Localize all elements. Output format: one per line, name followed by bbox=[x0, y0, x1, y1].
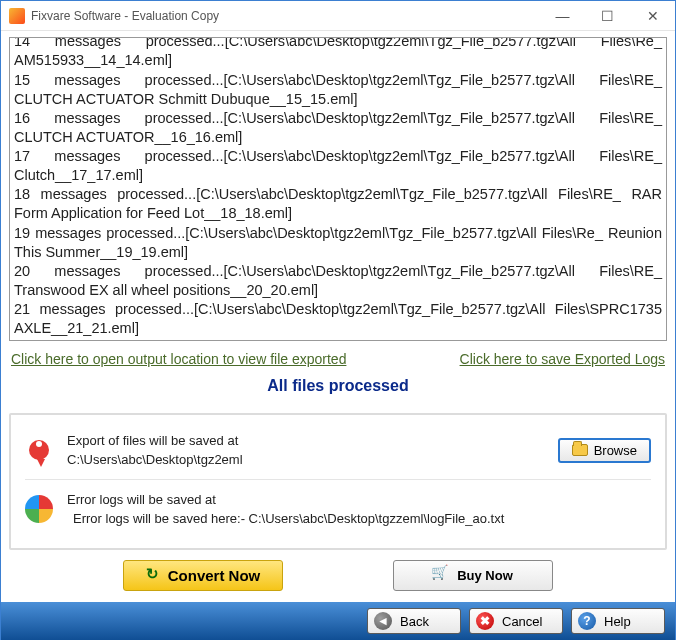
window-title: Fixvare Software - Evaluation Copy bbox=[31, 9, 540, 23]
close-button[interactable]: ✕ bbox=[630, 1, 675, 30]
window-controls: — ☐ ✕ bbox=[540, 1, 675, 30]
maximize-button[interactable]: ☐ bbox=[585, 1, 630, 30]
buy-now-label: Buy Now bbox=[457, 568, 513, 583]
browse-button[interactable]: Browse bbox=[558, 438, 651, 463]
help-button[interactable]: ? Help bbox=[571, 608, 665, 634]
minimize-button[interactable]: — bbox=[540, 1, 585, 30]
back-arrow-icon: ◄ bbox=[374, 612, 392, 630]
settings-panel: Export of files will be saved at C:\User… bbox=[9, 413, 667, 550]
back-button[interactable]: ◄ Back bbox=[367, 608, 461, 634]
back-button-label: Back bbox=[400, 614, 429, 629]
cancel-icon: ✖ bbox=[476, 612, 494, 630]
open-output-link[interactable]: Click here to open output location to vi… bbox=[11, 351, 346, 367]
convert-now-label: Convert Now bbox=[168, 567, 261, 584]
export-location-label: Export of files will be saved at bbox=[67, 433, 544, 448]
app-icon bbox=[9, 8, 25, 24]
log-entry: 20 messages processed...[C:\Users\abc\De… bbox=[14, 262, 662, 300]
help-button-label: Help bbox=[604, 614, 631, 629]
error-log-label: Error logs will be saved at bbox=[67, 492, 651, 507]
error-log-path: Error logs will be saved here:- C:\Users… bbox=[73, 511, 651, 526]
convert-now-button[interactable]: Convert Now bbox=[123, 560, 283, 591]
log-entry: 19 messages processed...[C:\Users\abc\De… bbox=[14, 224, 662, 262]
log-output[interactable]: 13 messages processed...[C:\Users\abc\De… bbox=[9, 37, 667, 341]
cancel-button-label: Cancel bbox=[502, 614, 542, 629]
browse-button-label: Browse bbox=[594, 443, 637, 458]
log-entry: 17 messages processed...[C:\Users\abc\De… bbox=[14, 147, 662, 185]
help-icon: ? bbox=[578, 612, 596, 630]
buy-now-button[interactable]: Buy Now bbox=[393, 560, 553, 591]
folder-icon bbox=[572, 444, 588, 456]
location-pin-icon bbox=[25, 436, 53, 464]
log-entry: 15 messages processed...[C:\Users\abc\De… bbox=[14, 71, 662, 109]
cart-icon bbox=[433, 569, 451, 583]
error-log-icon bbox=[25, 495, 53, 523]
log-entry: 21 messages processed...[C:\Users\abc\De… bbox=[14, 300, 662, 338]
save-logs-link[interactable]: Click here to save Exported Logs bbox=[460, 351, 665, 367]
log-entry: 14 messages processed...[C:\Users\abc\De… bbox=[14, 37, 662, 71]
status-message: All files processed bbox=[9, 377, 667, 395]
convert-icon bbox=[146, 568, 162, 584]
log-entry: 16 messages processed...[C:\Users\abc\De… bbox=[14, 109, 662, 147]
export-location-path: C:\Users\abc\Desktop\tgz2eml bbox=[67, 452, 544, 467]
log-entry: 18 messages processed...[C:\Users\abc\De… bbox=[14, 185, 662, 223]
footer-bar: ◄ Back ✖ Cancel ? Help bbox=[1, 602, 675, 640]
cancel-button[interactable]: ✖ Cancel bbox=[469, 608, 563, 634]
titlebar: Fixvare Software - Evaluation Copy — ☐ ✕ bbox=[1, 1, 675, 31]
